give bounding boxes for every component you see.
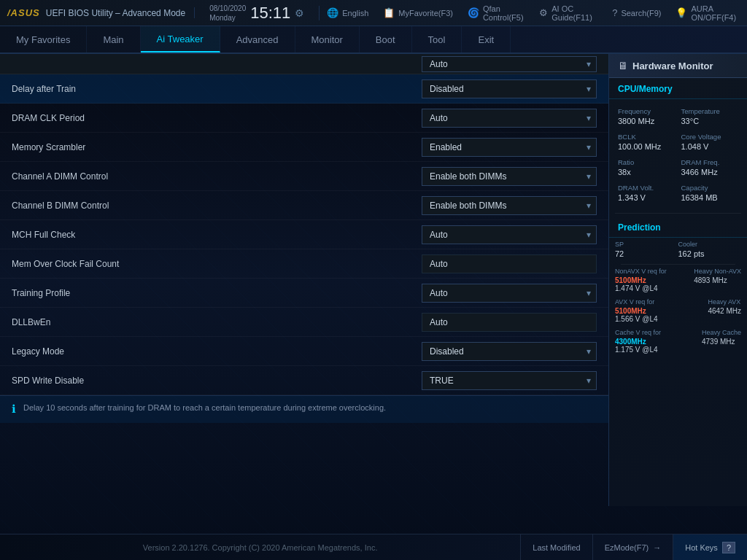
qfan-label: Qfan Control(F5) <box>483 4 525 22</box>
stat-ratio: Ratio 38x <box>615 155 678 180</box>
spd-dropdown-wrapper: TRUE FALSE <box>422 371 597 390</box>
main-layout: Auto Delay after Train Disabled Enabled <box>0 54 747 506</box>
info-icon: ℹ <box>12 402 16 416</box>
table-row: MCH Full Check Auto <box>0 220 608 249</box>
table-row: Channel B DIMM Control Enable both DIMMs <box>0 191 608 220</box>
nav-monitor[interactable]: Monitor <box>295 26 360 52</box>
qfan-icon: 🌀 <box>468 7 479 18</box>
search-button[interactable]: ? Search(F9) <box>612 7 661 18</box>
myfavorite-label: MyFavorite(F3) <box>398 9 453 18</box>
hotkeys-label: Hot Keys <box>685 543 718 552</box>
nav-boot[interactable]: Boot <box>360 26 412 52</box>
ch-b-dimm-dropdown-wrapper: Enable both DIMMs <box>422 196 597 215</box>
stat-dram-volt: DRAM Volt. 1.343 V <box>615 180 678 206</box>
settings-panel: Auto Delay after Train Disabled Enabled <box>0 54 608 506</box>
table-row: Mem Over Clock Fail Count <box>0 249 608 279</box>
ezmode-arrow-icon: → <box>653 543 661 552</box>
training-dropdown[interactable]: Auto <box>422 284 597 303</box>
setting-name-legacy: Legacy Mode <box>12 346 422 357</box>
mch-dropdown[interactable]: Auto <box>422 225 597 244</box>
dram-clk-dropdown-wrapper: Auto <box>422 109 597 128</box>
ai-oc-button[interactable]: ⚙ AI OC Guide(F11) <box>539 4 597 22</box>
spd-dropdown[interactable]: TRUE FALSE <box>422 371 597 390</box>
pred-cache-left: Cache V req for 4300MHz 1.175 V @L4 <box>615 329 661 354</box>
mem-oc-fail-field[interactable] <box>422 254 597 273</box>
mem-oc-fail-field-wrapper <box>422 254 597 273</box>
aura-button[interactable]: 💡 AURA ON/OFF(F4) <box>676 4 740 22</box>
nav-my-favorites[interactable]: My Favorites <box>0 26 87 52</box>
pred-avx-right: Heavy AVX 4642 MHz <box>708 298 741 315</box>
nav-ai-tweaker[interactable]: Ai Tweaker <box>141 26 220 52</box>
bios-title: UEFI BIOS Utility – Advanced Mode <box>46 8 185 18</box>
setting-name-delay: Delay after Train <box>12 84 422 94</box>
panel-header: 🖥 Hardware Monitor <box>609 54 747 78</box>
table-row: Memory Scrambler Enabled Disabled <box>0 133 608 162</box>
setting-name-dll: DLLBwEn <box>12 317 422 327</box>
settings-icon[interactable]: ⚙ <box>295 7 304 19</box>
stat-frequency: Frequency 3800 MHz <box>615 104 678 129</box>
ch-b-dimm-dropdown[interactable]: Enable both DIMMs <box>422 196 597 215</box>
table-row: Legacy Mode Disabled Enabled <box>0 337 608 366</box>
last-modified-button[interactable]: Last Modified <box>520 534 592 560</box>
panel-header-title: Hardware Monitor <box>632 61 713 71</box>
top-partial-dropdown[interactable]: Auto <box>422 56 597 72</box>
hotkeys-icon: ? <box>722 542 735 553</box>
pred-nonavx-right: Heavy Non-AVX 4893 MHz <box>694 268 741 284</box>
stat-core-voltage: Core Voltage 1.048 V <box>678 129 742 155</box>
top-partial-dropdown-wrapper: Auto <box>422 56 597 72</box>
stat-bclk: BCLK 100.00 MHz <box>615 129 678 155</box>
setting-name-training: Training Profile <box>12 288 422 298</box>
dll-field[interactable] <box>422 313 597 332</box>
language-selector[interactable]: 🌐 English <box>327 7 368 18</box>
pred-sp-cooler: SP 72 Cooler 162 pts <box>615 241 741 258</box>
nav-bar: My Favorites Main Ai Tweaker Advanced Mo… <box>0 26 747 54</box>
setting-name-mem-scrambler: Memory Scrambler <box>12 142 422 152</box>
ezmode-button[interactable]: EzMode(F7) → <box>592 534 673 560</box>
stat-capacity: Capacity 16384 MB <box>678 180 742 206</box>
setting-name-ch-b-dimm: Channel B DIMM Control <box>12 201 422 211</box>
myfavorite-button[interactable]: 📋 MyFavorite(F3) <box>383 7 453 18</box>
delay-dropdown[interactable]: Disabled Enabled <box>422 79 597 98</box>
search-label: Search(F9) <box>621 9 661 18</box>
aura-label: AURA ON/OFF(F4) <box>691 4 740 22</box>
setting-name-dram-clk: DRAM CLK Period <box>12 113 422 123</box>
nav-main[interactable]: Main <box>87 26 140 52</box>
header-time: 15:11 <box>250 4 290 23</box>
prediction-title: Prediction <box>609 217 747 238</box>
footer: Version 2.20.1276. Copyright (C) 2020 Am… <box>0 534 747 560</box>
stat-dram-freq: DRAM Freq. 3466 MHz <box>678 155 742 180</box>
dram-clk-dropdown[interactable]: Auto <box>422 109 597 128</box>
cpu-memory-title: CPU/Memory <box>609 78 747 99</box>
mem-scrambler-dropdown[interactable]: Enabled Disabled <box>422 138 597 157</box>
pred-sp: SP 72 <box>615 241 678 258</box>
setting-name-spd: SPD Write Disable <box>12 376 422 386</box>
footer-actions: Last Modified EzMode(F7) → Hot Keys ? <box>520 534 747 560</box>
setting-name-mch: MCH Full Check <box>12 230 422 240</box>
hotkeys-button[interactable]: Hot Keys ? <box>673 534 747 560</box>
pred-cache: Cache V req for 4300MHz 1.175 V @L4 Heav… <box>615 329 741 354</box>
legacy-dropdown[interactable]: Disabled Enabled <box>422 342 597 361</box>
pred-cache-right: Heavy Cache 4739 MHz <box>702 329 741 346</box>
legacy-dropdown-wrapper: Disabled Enabled <box>422 342 597 361</box>
nav-advanced[interactable]: Advanced <box>220 26 295 52</box>
language-icon: 🌐 <box>327 7 338 18</box>
training-dropdown-wrapper: Auto <box>422 284 597 303</box>
search-icon: ? <box>612 7 617 18</box>
qfan-button[interactable]: 🌀 Qfan Control(F5) <box>468 4 525 22</box>
stat-temperature: Temperature 33°C <box>678 104 742 129</box>
monitor-icon: 🖥 <box>618 60 628 71</box>
nav-tool[interactable]: Tool <box>412 26 462 52</box>
mem-scrambler-dropdown-wrapper: Enabled Disabled <box>422 138 597 157</box>
delay-dropdown-wrapper: Disabled Enabled <box>422 79 597 98</box>
logo-area: /ASUS UEFI BIOS Utility – Advanced Mode <box>7 7 195 18</box>
setting-name-mem-oc-fail: Mem Over Clock Fail Count <box>12 259 422 269</box>
header-divider <box>319 6 320 20</box>
table-row: Training Profile Auto <box>0 279 608 308</box>
nav-exit[interactable]: Exit <box>462 26 511 52</box>
table-row: SPD Write Disable TRUE FALSE <box>0 366 608 395</box>
mch-dropdown-wrapper: Auto <box>422 225 597 244</box>
ch-a-dimm-dropdown[interactable]: Enable both DIMMs <box>422 167 597 186</box>
prediction-section: SP 72 Cooler 162 pts NonAVX V req for 51… <box>609 238 747 357</box>
ai-oc-label: AI OC Guide(F11) <box>551 4 597 22</box>
panel-divider-pred <box>621 264 735 265</box>
